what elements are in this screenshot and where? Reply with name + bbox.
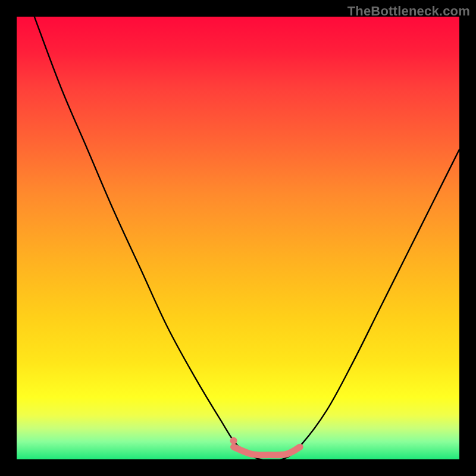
bottleneck-curve [35,17,459,459]
chart-svg [17,17,459,459]
tolerant-segment [234,447,300,455]
tolerant-dot-left [230,437,237,444]
chart-frame [17,17,459,459]
watermark-text: TheBottleneck.com [347,4,470,19]
